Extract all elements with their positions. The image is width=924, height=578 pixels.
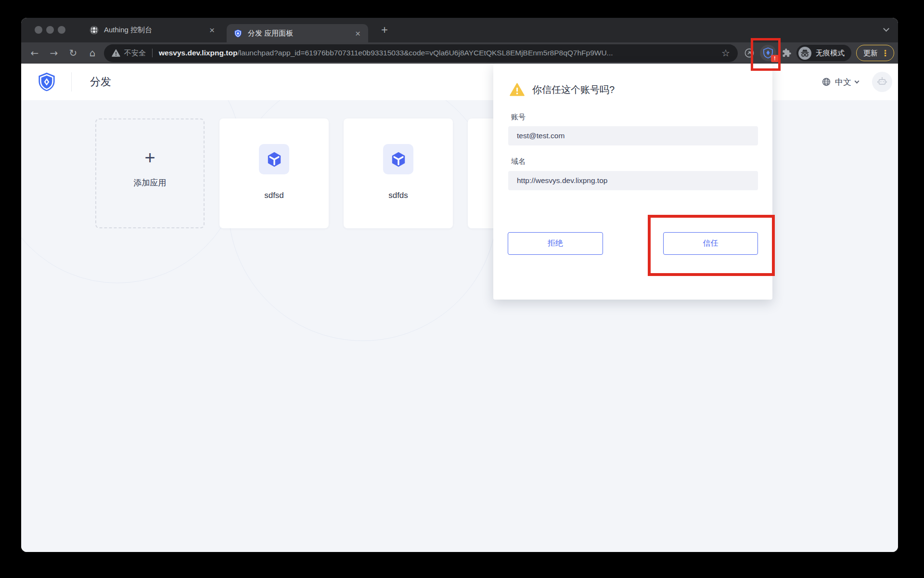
incognito-icon — [798, 47, 811, 60]
tab-label: 分发 应用面板 — [248, 29, 354, 38]
warning-triangle-icon — [510, 83, 525, 96]
plus-icon: + — [144, 148, 155, 167]
browser-window: Authing 控制台 × 分发 应用面板 × + ← → ↻ ⌂ — [21, 18, 898, 552]
domain-field[interactable] — [508, 171, 758, 190]
shield-favicon-icon — [233, 29, 243, 38]
not-secure-label[interactable]: 不安全 — [124, 49, 146, 58]
trust-extension-icon[interactable]: ! — [760, 45, 776, 61]
zoom-window-button[interactable] — [58, 26, 65, 34]
tab-search-chevron-icon[interactable] — [884, 26, 888, 31]
address-bar[interactable]: 不安全 wesvys.dev.lixpng.top /launchpad?app… — [104, 44, 738, 62]
tab-label: Authing 控制台 — [104, 26, 208, 35]
page-title: 分发 — [90, 75, 111, 89]
home-icon[interactable]: ⌂ — [87, 46, 98, 60]
avatar[interactable] — [872, 72, 892, 92]
url-divider — [152, 49, 153, 57]
browser-toolbar: ← → ↻ ⌂ 不安全 wesvys.dev.lixpng.top /launc… — [21, 42, 898, 64]
trust-button[interactable]: 信任 — [663, 232, 758, 255]
window-controls — [35, 26, 65, 34]
app-card[interactable]: sdfds — [344, 118, 453, 228]
back-icon[interactable]: ← — [29, 46, 40, 60]
robot-avatar-icon — [876, 76, 888, 88]
url-path[interactable]: /launchpad?app_id=61976bb707311e0b933150… — [237, 49, 613, 57]
app-name: sdfsd — [264, 191, 284, 200]
incognito-badge: 无痕模式 — [796, 45, 851, 61]
language-selector[interactable]: 中文 — [821, 77, 859, 88]
reload-icon[interactable]: ↻ — [67, 46, 79, 60]
close-tab-icon[interactable]: × — [208, 26, 216, 35]
header-divider — [71, 72, 72, 92]
close-tab-icon[interactable]: × — [354, 29, 361, 38]
language-label: 中文 — [835, 77, 851, 88]
reject-button[interactable]: 拒绝 — [508, 232, 603, 255]
add-app-card[interactable]: + 添加应用 — [95, 118, 205, 228]
globe-favicon-icon — [90, 26, 99, 35]
brand-shield-logo — [37, 72, 57, 92]
extensions-puzzle-icon[interactable] — [781, 48, 792, 58]
bookmark-star-icon[interactable]: ☆ — [716, 47, 730, 59]
close-window-button[interactable] — [35, 26, 42, 34]
minimize-window-button[interactable] — [46, 26, 54, 34]
url-host[interactable]: wesvys.dev.lixpng.top — [159, 49, 237, 57]
add-app-label: 添加应用 — [134, 177, 167, 188]
trust-extension-popup: 你信任这个账号吗? 账号 域名 拒绝 信任 — [493, 64, 772, 300]
tab-authing-console[interactable]: Authing 控制台 × — [82, 18, 222, 42]
update-menu-button[interactable]: 更新 ⋮ — [856, 45, 894, 61]
account-label: 账号 — [511, 113, 526, 122]
app-cube-icon — [259, 144, 289, 174]
new-tab-button[interactable]: + — [378, 23, 391, 37]
globe-icon — [821, 77, 831, 87]
chevron-down-icon — [855, 79, 860, 84]
app-cube-icon — [383, 144, 413, 174]
pinned-extension-icon[interactable] — [744, 47, 755, 59]
extension-alert-badge: ! — [771, 55, 779, 62]
domain-label: 域名 — [511, 157, 526, 166]
not-secure-warning-icon — [112, 49, 120, 57]
forward-icon[interactable]: → — [48, 46, 60, 60]
account-field[interactable] — [508, 126, 758, 145]
popup-title: 你信任这个账号吗? — [532, 83, 615, 96]
tab-strip: Authing 控制台 × 分发 应用面板 × + — [21, 18, 898, 42]
app-card[interactable]: sdfsd — [219, 118, 329, 228]
incognito-label: 无痕模式 — [816, 49, 845, 58]
app-name: sdfds — [388, 191, 408, 200]
menu-dots-icon[interactable]: ⋮ — [881, 48, 889, 58]
update-label: 更新 — [863, 49, 878, 58]
tab-launchpad[interactable]: 分发 应用面板 × — [227, 24, 368, 42]
